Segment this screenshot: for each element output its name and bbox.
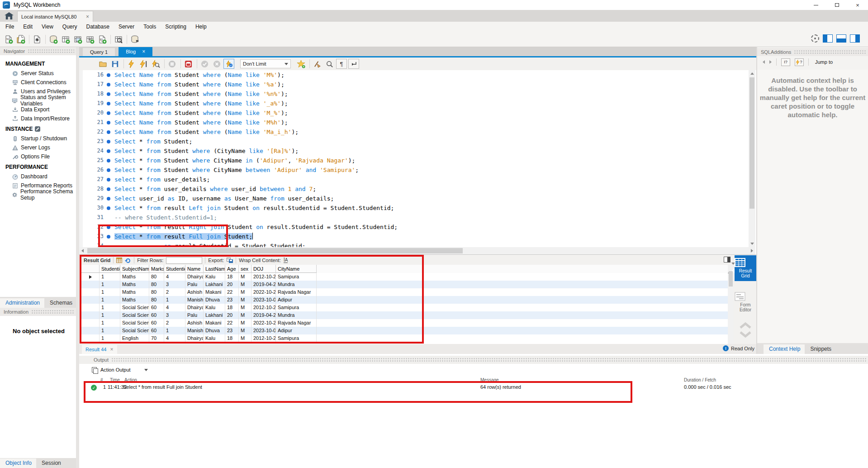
menu-edit[interactable]: Edit — [19, 22, 37, 31]
cell[interactable]: M — [239, 296, 251, 304]
cell[interactable]: Social Science — [120, 311, 149, 319]
cell[interactable]: Makani — [204, 319, 225, 327]
refresh-icon[interactable] — [125, 258, 131, 263]
cell[interactable]: Mundra — [276, 311, 317, 319]
tab-close-icon[interactable]: × — [142, 48, 145, 55]
sql-line-17[interactable]: 17Select Name from Student where (Name l… — [79, 80, 749, 89]
find-icon[interactable] — [324, 59, 335, 69]
cell[interactable]: 22 — [225, 288, 239, 296]
cell[interactable]: 2012-10-21 — [251, 273, 276, 281]
toggle-output-area-button[interactable] — [836, 34, 846, 43]
cell[interactable]: 20 — [225, 311, 239, 319]
create-view-icon[interactable] — [72, 34, 84, 45]
cell[interactable]: 1 — [164, 296, 185, 304]
wrap-cell-content-icon[interactable]: ĪA — [284, 258, 288, 263]
sql-line-26[interactable]: 26Select * from Student where CityName b… — [79, 165, 749, 175]
sql-line-22[interactable]: 22Select Name from Student where (Name l… — [79, 127, 749, 137]
cell[interactable]: Mundra — [276, 281, 317, 288]
cell[interactable]: 80 — [149, 288, 164, 296]
form-editor-view-button[interactable]: Form Editor — [735, 289, 756, 315]
cell[interactable]: 2 — [164, 319, 185, 327]
wrap-text-icon[interactable] — [348, 59, 359, 69]
create-schema-icon[interactable] — [47, 34, 59, 45]
open-file-icon[interactable] — [97, 59, 108, 69]
cell[interactable]: 2023-10-02 — [251, 296, 276, 304]
cell[interactable]: 1 — [164, 327, 185, 334]
sidebar-item-server-status[interactable]: Server Status — [0, 69, 76, 78]
save-icon[interactable] — [109, 59, 120, 69]
sql-line-27[interactable]: 27select * from user_details; — [79, 175, 749, 184]
cell[interactable]: 2019-04-21 — [251, 311, 276, 319]
cell[interactable]: Makani — [204, 288, 225, 296]
output-mode-dropdown[interactable]: Action Output — [100, 367, 148, 372]
query-tab-query-1[interactable]: Query 1 — [83, 48, 115, 56]
cell[interactable]: Dhuva — [204, 296, 225, 304]
create-table-icon[interactable] — [60, 34, 71, 45]
sql-line-16[interactable]: 16Select Name from Student where (Name l… — [79, 70, 749, 80]
cell[interactable]: M — [239, 311, 251, 319]
cell[interactable]: Kalu — [204, 273, 225, 281]
sidebar-item-startup-shutdown[interactable]: Startup / Shutdown — [0, 134, 76, 143]
rollback-icon[interactable] — [211, 59, 222, 69]
cell[interactable]: 1 — [100, 327, 120, 334]
cell[interactable]: 80 — [149, 296, 164, 304]
table-row[interactable]: 1Social Science604DhairyaKalu18M2012-10-… — [80, 304, 728, 311]
table-row[interactable]: 1Maths802AshishMakani22M2022-10-20Rajvad… — [80, 288, 728, 296]
result-view-pager[interactable] — [735, 322, 756, 338]
cell[interactable]: 3 — [164, 311, 185, 319]
cell[interactable]: 2012-10-21 — [251, 334, 276, 342]
cell[interactable]: Dhairya — [185, 304, 204, 311]
menu-view[interactable]: View — [37, 22, 58, 31]
column-header-sex-7[interactable]: sex — [239, 265, 251, 273]
cell[interactable]: Lakhani — [204, 311, 225, 319]
menu-database[interactable]: Database — [82, 22, 114, 31]
search-table-data-icon[interactable] — [113, 34, 124, 45]
result-grid-view-button[interactable]: Result Grid — [735, 255, 756, 281]
execute-current-icon[interactable] — [138, 59, 149, 69]
sidebar-item-server-logs[interactable]: Server Logs — [0, 143, 76, 152]
output-row[interactable]: ✓111:41:32Select * from result Full join… — [79, 384, 868, 392]
cell[interactable]: M — [239, 288, 251, 296]
column-header-lastname-5[interactable]: LastName — [204, 265, 225, 273]
column-header-name-4[interactable]: Name — [185, 265, 204, 273]
tab-object-info[interactable]: Object Info — [0, 458, 36, 468]
sidebar-item-dashboard[interactable]: Dashboard — [0, 172, 76, 181]
help-back-icon[interactable] — [763, 60, 765, 64]
sql-line-25[interactable]: 25Select * from Student where CityName i… — [79, 156, 749, 165]
cell[interactable]: 4 — [164, 334, 185, 342]
sidebar-item-options-file[interactable]: Options File — [0, 152, 76, 161]
stop-icon[interactable] — [166, 59, 177, 69]
cell[interactable]: Dhairya — [185, 334, 204, 342]
column-header-studentid-0[interactable]: Studentid — [100, 265, 120, 273]
sql-line-28[interactable]: 28Select * from user_details where user_… — [79, 184, 749, 194]
sql-line-23[interactable]: 23Select * from Student; — [79, 137, 749, 146]
sidebar-splitter[interactable] — [76, 47, 79, 468]
menu-file[interactable]: File — [1, 22, 19, 31]
cell[interactable]: M — [239, 273, 251, 281]
table-row[interactable]: 1Maths804DhairyaKalu18M2012-10-21Samipur… — [80, 273, 728, 281]
cell[interactable]: Palu — [185, 311, 204, 319]
sql-line-34[interactable]: 34 on result.Studentid = Student.Student… — [79, 241, 749, 247]
table-row[interactable]: 1English704DhairyaKalu18M2012-10-21Samip… — [80, 334, 728, 342]
export-icon[interactable] — [227, 258, 233, 263]
toggle-stop-on-error-icon[interactable] — [183, 59, 194, 69]
cell[interactable]: Dhairya — [185, 273, 204, 281]
result-tab[interactable]: Result 44 × — [82, 345, 117, 354]
table-row[interactable]: 1Maths801ManishDhuva23M2023-10-02Adipur — [80, 296, 728, 304]
editor-hscroll-thumb[interactable] — [87, 248, 463, 253]
sql-line-21[interactable]: 21Select Name from Student where (Name l… — [79, 118, 749, 127]
cell[interactable]: Social Science — [120, 319, 149, 327]
cell[interactable]: 60 — [149, 319, 164, 327]
scroll-right-icon[interactable] — [751, 249, 753, 253]
sql-line-32[interactable]: 32Select * from result Right join Studen… — [79, 222, 749, 232]
cell[interactable]: Maths — [120, 288, 149, 296]
column-header-subjectname-1[interactable]: SubjectName — [120, 265, 149, 273]
cell[interactable]: 70 — [149, 334, 164, 342]
cell[interactable]: M — [239, 334, 251, 342]
connection-tab[interactable]: Local instance MySQL80 × — [17, 11, 93, 22]
cell[interactable]: 1 — [100, 281, 120, 288]
reconnect-db-icon[interactable] — [129, 34, 141, 45]
cell[interactable]: 20 — [225, 281, 239, 288]
cell[interactable]: 1 — [100, 273, 120, 281]
cell[interactable]: 60 — [149, 327, 164, 334]
